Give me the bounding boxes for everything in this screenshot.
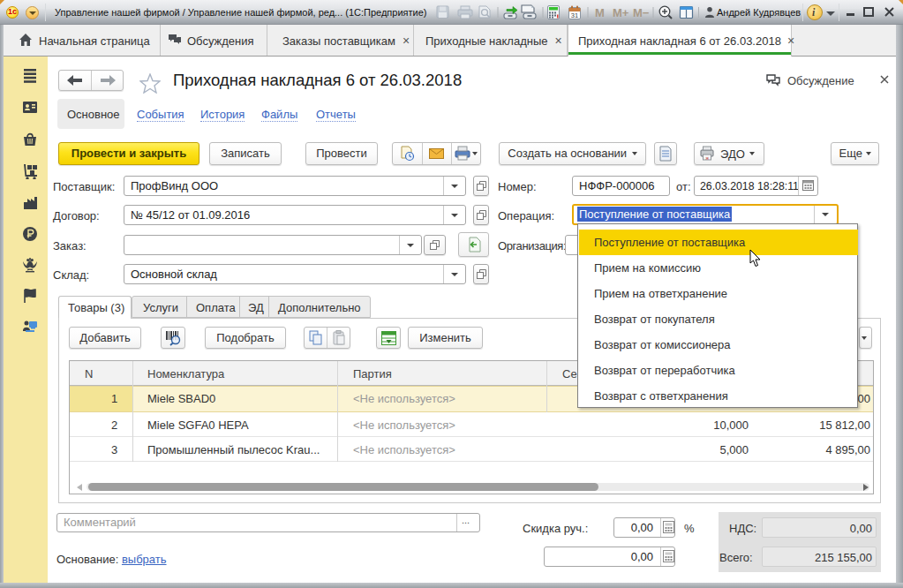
svg-text:31: 31	[571, 11, 578, 19]
svg-text:M: M	[595, 6, 605, 19]
svg-text:я: я	[705, 155, 708, 161]
svg-text:M−: M−	[633, 6, 650, 19]
svg-text:M+: M+	[613, 6, 629, 19]
